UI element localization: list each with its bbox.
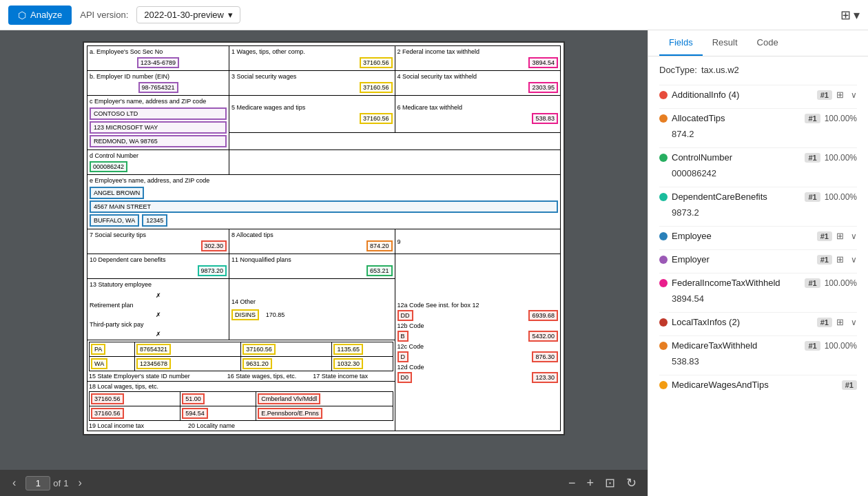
nonqual-value: 653.21 bbox=[366, 265, 393, 276]
field-localtaxinfos: LocalTaxInfos (2) #1 ⊞ ∨ bbox=[659, 312, 857, 331]
field-dependentcarebenefits-header[interactable]: DependentCareBenefits #1 100.00% bbox=[659, 187, 857, 206]
ss-wages-value: 37160.56 bbox=[360, 82, 393, 93]
field-value-dependentcarebenefits: 9873.2 bbox=[659, 206, 857, 222]
field-conf-allocatedtips: 100.00% bbox=[825, 114, 857, 123]
field-medicarewagesandtips-header[interactable]: MedicareWagesAndTips #1 bbox=[659, 375, 857, 394]
analyze-label: Analyze bbox=[30, 10, 62, 20]
state-wages2: 9631.20 bbox=[242, 358, 272, 369]
ss-tax-value: 2303.95 bbox=[528, 82, 558, 93]
other-label: 14 Other bbox=[231, 298, 392, 305]
field-controlnumber: ControlNumber #1 100.00% 000086242 bbox=[659, 147, 857, 183]
zoom-out-button[interactable]: − bbox=[566, 475, 579, 492]
med-wages-value: 37160.56 bbox=[360, 113, 393, 124]
field-employee: Employee #1 ⊞ ∨ bbox=[659, 226, 857, 245]
table-icon-employer: ⊞ bbox=[836, 254, 844, 265]
field-localtaxinfos-header[interactable]: LocalTaxInfos (2) #1 ⊞ ∨ bbox=[659, 312, 857, 331]
fields-list: AdditionalInfo (4) #1 ⊞ ∨ AllocatedTips … bbox=[659, 85, 857, 394]
box12-label: 12a Code See inst. for box 12 bbox=[397, 302, 558, 309]
field-badge-additionalinfo: #1 bbox=[817, 90, 832, 100]
box12a-val: 6939.68 bbox=[528, 310, 558, 321]
document-viewer: a. Employee's Soc Sec No 123-45-6789 1 W… bbox=[0, 30, 648, 496]
right-panel: Fields Result Code DocType: tax.us.w2 Ad… bbox=[648, 30, 868, 496]
alloc-tips-label: 8 Allocated tips bbox=[231, 231, 392, 238]
box12c-label: 12c Code bbox=[397, 343, 558, 350]
med-tax-value: 538.83 bbox=[532, 113, 558, 124]
local-wages1: 37160.56 bbox=[91, 393, 124, 404]
ss-tips-value: 302.30 bbox=[201, 240, 227, 251]
table-icon-localtaxinfos: ⊞ bbox=[836, 317, 844, 327]
field-name-dependentcarebenefits: DependentCareBenefits bbox=[672, 192, 800, 202]
employee-city: BUFFALO, WA bbox=[90, 214, 139, 227]
field-conf-medicaretaxwithheld: 100.00% bbox=[825, 341, 857, 351]
field-employer-header[interactable]: Employer #1 ⊞ ∨ bbox=[659, 249, 857, 269]
prev-page-button[interactable]: ‹ bbox=[8, 475, 20, 490]
retirement-check: ✗ bbox=[156, 311, 161, 318]
box12d-label: 12d Code bbox=[397, 364, 558, 371]
field-federalincometaxwithheld-header[interactable]: FederalIncomeTaxWithheld #1 100.00% bbox=[659, 273, 857, 292]
state1: PA bbox=[91, 344, 105, 355]
locality1: Cmberland Vlv/Mddl bbox=[258, 393, 320, 404]
field-value-controlnumber: 000086242 bbox=[659, 167, 857, 183]
zoom-in-button[interactable]: + bbox=[583, 475, 597, 492]
panel-body[interactable]: DocType: tax.us.w2 AdditionalInfo (4) #1… bbox=[648, 56, 868, 496]
box9-label: 9 bbox=[397, 238, 558, 245]
local-tax1: 51.00 bbox=[182, 393, 205, 404]
field-medicarewagesandtips: MedicareWagesAndTips #1 bbox=[659, 375, 857, 394]
wages-label: 1 Wages, tips, other comp. bbox=[231, 48, 392, 55]
page-number-input[interactable] bbox=[25, 476, 50, 490]
other-val: 170.85 bbox=[264, 311, 287, 319]
field-dot-federalincometaxwithheld bbox=[659, 279, 668, 287]
box12a-code: DD bbox=[397, 310, 413, 321]
field-conf-federalincometaxwithheld: 100.00% bbox=[825, 278, 857, 288]
field-value-allocatedtips: 874.2 bbox=[659, 127, 857, 143]
field-employee-header[interactable]: Employee #1 ⊞ ∨ bbox=[659, 226, 857, 245]
box12d-val: 123.30 bbox=[532, 372, 558, 383]
field-medicaretaxwithheld: MedicareTaxWithheld #1 100.00% 538.83 bbox=[659, 335, 857, 371]
box12c-val: 876.30 bbox=[532, 351, 558, 362]
chevron-additionalinfo: ∨ bbox=[851, 90, 857, 100]
field-medicaretaxwithheld-header[interactable]: MedicareTaxWithheld #1 100.00% bbox=[659, 335, 857, 355]
next-page-button[interactable]: › bbox=[74, 475, 85, 490]
chevron-employer: ∨ bbox=[851, 255, 857, 265]
field-dot-allocatedtips bbox=[659, 114, 668, 123]
field-name-medicarewagesandtips: MedicareWagesAndTips bbox=[672, 380, 838, 390]
field-name-controlnumber: ControlNumber bbox=[672, 152, 800, 163]
employer-name: CONTOSO LTD bbox=[90, 107, 227, 120]
employer-addr-label: c Employer's name, address and ZIP code bbox=[90, 98, 227, 105]
field-conf-controlnumber: 100.00% bbox=[825, 153, 857, 163]
field-dot-dependentcarebenefits bbox=[659, 193, 668, 201]
employee-addr1: 4567 MAIN STREET bbox=[90, 200, 558, 213]
document-content[interactable]: a. Employee's Soc Sec No 123-45-6789 1 W… bbox=[0, 30, 648, 470]
statutory-check: ✗ bbox=[156, 292, 161, 299]
w2-document: a. Employee's Soc Sec No 123-45-6789 1 W… bbox=[83, 41, 565, 435]
chevron-employee: ∨ bbox=[851, 231, 857, 241]
doctype-value: tax.us.w2 bbox=[701, 65, 739, 75]
field-allocatedtips-header[interactable]: AllocatedTips #1 100.00% bbox=[659, 108, 857, 127]
field-value-federalincometaxwithheld: 3894.54 bbox=[659, 292, 857, 308]
state-id-num-label: 15 State Employer's state ID number bbox=[89, 373, 190, 380]
ssn-value: 123-45-6789 bbox=[137, 57, 179, 68]
doctype-row: DocType: tax.us.w2 bbox=[659, 65, 857, 75]
layers-icon: ⊞ bbox=[840, 8, 851, 23]
employer-addr2: REDMOND, WA 98765 bbox=[90, 135, 227, 147]
field-controlnumber-header[interactable]: ControlNumber #1 100.00% bbox=[659, 147, 857, 167]
api-version-selector[interactable]: 2022-01-30-preview ▾ bbox=[136, 6, 240, 23]
state-wages-label: 16 State wages, tips, etc. bbox=[227, 373, 297, 380]
field-additionalinfo-header[interactable]: AdditionalInfo (4) #1 ⊞ ∨ bbox=[659, 85, 857, 104]
statutory-label: 13 Statutory employee bbox=[90, 281, 227, 288]
tab-code[interactable]: Code bbox=[747, 30, 788, 56]
fit-button[interactable]: ⊡ bbox=[602, 474, 618, 492]
control-number-value: 000086242 bbox=[90, 161, 127, 172]
ssn-label: a. Employee's Soc Sec No bbox=[90, 48, 227, 55]
tab-fields[interactable]: Fields bbox=[659, 30, 703, 56]
box12b-label: 12b Code bbox=[397, 322, 558, 329]
tab-result[interactable]: Result bbox=[703, 30, 747, 56]
field-badge-medicaretaxwithheld: #1 bbox=[805, 341, 820, 351]
layers-button[interactable]: ⊞ ▾ bbox=[840, 8, 860, 23]
analyze-button[interactable]: ⬡ Analyze bbox=[8, 6, 72, 25]
rotate-button[interactable]: ↻ bbox=[623, 474, 639, 492]
field-name-employer: Employer bbox=[672, 254, 813, 265]
field-badge-controlnumber: #1 bbox=[805, 153, 820, 163]
ss-tips-label: 7 Social security tips bbox=[90, 231, 227, 238]
field-badge-allocatedtips: #1 bbox=[805, 114, 820, 123]
